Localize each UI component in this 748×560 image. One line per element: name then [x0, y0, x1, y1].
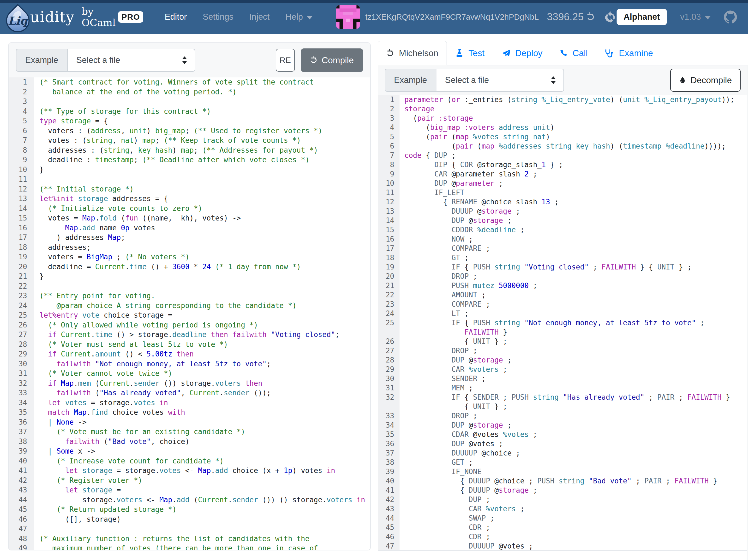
tezos-address[interactable]: tz1XEKgRQtqV2XamF9CR7avwNq1V2hPDgNbL — [365, 13, 539, 22]
code-line: 9 CAR @parameter_slash_2 ; — [378, 169, 747, 179]
liquidity-code-editor[interactable]: 1(* Smart contract for voting. Winners o… — [9, 77, 370, 550]
code-line: 14 DUP @storage ; — [378, 216, 747, 225]
pro-badge: PRO — [118, 11, 143, 23]
code-line: 43 let storage = — [9, 485, 370, 495]
reason-syntax-button[interactable]: RE — [276, 49, 295, 72]
code-line: 3 — [9, 97, 370, 107]
tab-test[interactable]: Test — [447, 41, 493, 65]
code-line: 18 addresses; — [9, 243, 370, 252]
code-line: 34 let votes = storage.votes in — [9, 398, 370, 408]
code-line: 12 { RENAME @choice_slash_13 ; — [378, 197, 747, 206]
example-file-group: Example Select a file — [16, 49, 195, 72]
menu-item-help[interactable]: Help — [285, 12, 313, 22]
code-line: 19 voters = BigMap ; (* No voters *) — [9, 252, 370, 262]
code-line: 38 GET ; — [378, 458, 747, 467]
file-select[interactable]: Select a file — [67, 49, 195, 72]
code-line: 40 (* Increase vote count for candidate … — [9, 456, 370, 466]
code-line: 28 (* Voter must send at least 5tz to vo… — [9, 340, 370, 350]
code-line: 29 CAR %voters ; — [378, 365, 747, 374]
example-label: Example — [385, 69, 436, 92]
file-select-value: Select a file — [445, 75, 489, 85]
example-file-group: Example Select a file — [385, 69, 564, 92]
menu-item-help-label: Help — [285, 12, 303, 22]
code-line: 45 (* Return updated storage *) — [9, 505, 370, 515]
code-line: 11 — [9, 174, 370, 185]
github-icon[interactable] — [724, 10, 737, 24]
tez-currency-icon — [586, 12, 595, 22]
file-select[interactable]: Select a file — [436, 69, 564, 92]
stethoscope-icon — [605, 49, 614, 58]
code-line: 4(** Type of storage for this contract *… — [9, 107, 370, 117]
code-line: 25let%entry vote choice storage = — [9, 311, 370, 320]
menu-item-settings[interactable]: Settings — [203, 12, 233, 22]
compile-button[interactable]: Compile — [301, 48, 363, 72]
code-line: 28 DUP @storage ; — [378, 356, 747, 365]
right-toolbar: Example Select a file Decompile — [378, 65, 747, 95]
version-selector[interactable]: v1.03 — [680, 12, 711, 22]
code-line: 47 DUUUUP @votes ; — [378, 541, 747, 551]
code-line: 30 SENDER ; — [378, 374, 747, 383]
decompile-button[interactable]: Decompile — [670, 69, 741, 92]
balance-amount: 3396.25 — [547, 11, 584, 23]
code-line: 23(** Entry point for voting. — [9, 291, 370, 301]
tab-michelson-label: Michelson — [399, 48, 438, 58]
network-badge[interactable]: Alphanet — [616, 9, 667, 25]
code-line: 20 deadline = Current.time () + 3600 * 2… — [9, 262, 370, 272]
code-line: 32 if Map.mem (Current.sender ()) storag… — [9, 379, 370, 388]
tab-call-label: Call — [572, 48, 588, 58]
code-line: 44 SWAP ; — [378, 513, 747, 523]
select-arrows-icon — [551, 76, 556, 84]
code-line: 33 failwith ("Has already voted", Curren… — [9, 388, 370, 398]
code-line: 35 CDAR @votes %votes ; — [378, 430, 747, 439]
tab-michelson[interactable]: Michelson — [378, 41, 447, 65]
tab-deploy-label: Deploy — [515, 48, 543, 58]
tab-examine[interactable]: Examine — [596, 41, 661, 65]
brand-by-ocaml: by OCaml — [81, 6, 116, 28]
tab-deploy[interactable]: Deploy — [493, 41, 551, 65]
code-line: 17 COMPARE ; — [378, 244, 747, 253]
code-line: 30 failwith "Not enough money, at least … — [9, 359, 370, 369]
refresh-balance-icon[interactable] — [605, 11, 616, 23]
code-line: 34 DUP @storage ; — [378, 420, 747, 430]
code-line: 37 DUUUUP @choice ; — [378, 448, 747, 458]
code-line: 24 LT ; — [378, 309, 747, 318]
code-line: 39 IF_NONE — [378, 467, 747, 476]
code-line: 24 @param choice A string corresponding … — [9, 301, 370, 311]
code-line: 49 maximum number of votes (there can be… — [9, 543, 370, 550]
code-line: 42 (* Register voter *) — [9, 476, 370, 486]
menu-item-editor[interactable]: Editor — [165, 12, 187, 22]
code-line: 31 (* Voter cannot vote twice *) — [9, 369, 370, 379]
code-line: 2 balance at the end of the voting perio… — [9, 87, 370, 97]
chevron-down-icon — [705, 16, 711, 19]
avatar[interactable] — [336, 5, 360, 29]
code-line: 7code { DUP ; — [378, 151, 747, 160]
michelson-code-editor[interactable]: 1parameter (or :_entries (string %_Liq_e… — [378, 95, 747, 551]
main-menu: Editor Settings Inject Help — [165, 12, 313, 22]
code-line: 13let%init storage addresses = { — [9, 194, 370, 204]
code-line: 44 storage.voters <- Map.add (Current.se… — [9, 495, 370, 505]
chevron-down-icon — [307, 16, 313, 19]
compile-button-label: Compile — [322, 55, 354, 65]
code-line: 38 failwith ("Bad vote", choice) — [9, 437, 370, 447]
code-line: 4 (big_map :voters address unit) — [378, 123, 747, 132]
brand[interactable]: Liq uidity by OCaml PRO — [4, 2, 143, 32]
phone-icon — [559, 49, 567, 57]
code-line: FAILWITH } — [378, 327, 747, 337]
tab-call[interactable]: Call — [551, 41, 596, 65]
code-line: 8 addresses : (string, key_hash) map; (*… — [9, 146, 370, 155]
code-line: 2storage — [378, 104, 747, 114]
code-line: 20 DROP ; — [378, 272, 747, 281]
select-arrows-icon — [182, 56, 187, 64]
menu-item-inject[interactable]: Inject — [249, 12, 270, 22]
code-line: 18 GT ; — [378, 253, 747, 262]
code-line: 1parameter (or :_entries (string %_Liq_e… — [378, 95, 747, 104]
top-navbar: Liq uidity by OCaml PRO Editor Settings … — [0, 0, 748, 34]
code-line: 37 (* Vote must be for an existing candi… — [9, 427, 370, 437]
liquidity-drop-logo-icon: Liq — [1, 4, 34, 37]
code-line: 10} — [9, 165, 370, 175]
liquidity-editor-panel: Example Select a file RE Compile 1(* Sma… — [8, 42, 371, 551]
code-line: 1(* Smart contract for voting. Winners o… — [9, 77, 370, 87]
code-line: { UNIT } ; — [378, 402, 747, 411]
code-line: 41 { DUUUP @storage ; — [378, 486, 747, 495]
code-line: 26 { UNIT } ; — [378, 337, 747, 346]
